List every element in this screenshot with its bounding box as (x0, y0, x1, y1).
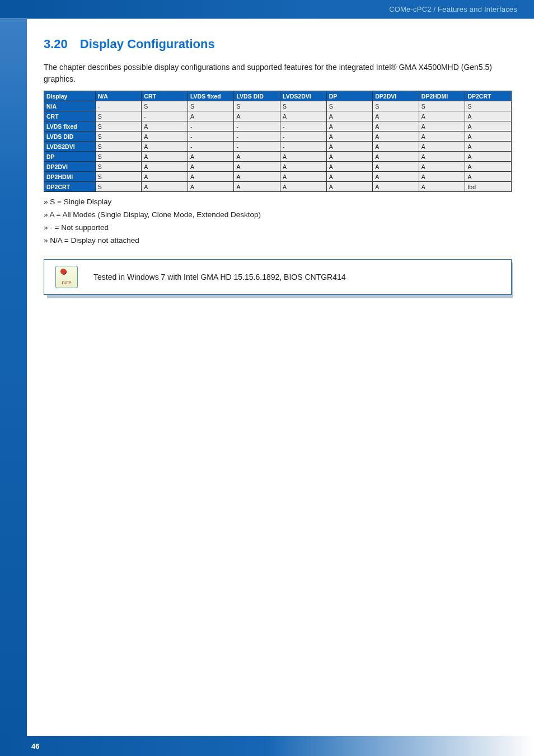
table-cell: S (142, 101, 188, 111)
table-cell: S (234, 101, 280, 111)
table-cell: A (188, 172, 234, 182)
table-cell: - (234, 121, 280, 132)
table-cell: A (465, 152, 512, 162)
table-row: CRTS-AAAAAAA (44, 111, 512, 121)
legend-s: » S = Single Display (44, 198, 512, 206)
table-cell: A (465, 111, 512, 121)
header-bar: COMe-cPC2 / Features and Interfaces (0, 0, 534, 19)
table-cell: - (95, 101, 142, 111)
table-cell: tbd (465, 182, 512, 192)
row-head: LVDS2DVI (44, 142, 96, 152)
table-cell: S (95, 162, 142, 172)
table-cell: A (373, 142, 419, 152)
table-cell: A (142, 142, 188, 152)
table-cell: A (326, 121, 373, 132)
table-cell: A (419, 132, 465, 142)
col-dp2dvi: DP2DVI (373, 91, 419, 101)
table-cell: A (142, 172, 188, 182)
table-row: DP2HDMISAAAAAAAA (44, 172, 512, 182)
table-cell: S (95, 142, 142, 152)
table-cell: S (95, 182, 142, 192)
section-number: 3.20 (44, 37, 68, 51)
row-head: DP2DVI (44, 162, 96, 172)
note-icon-label: note (62, 280, 72, 285)
col-dp2crt: DP2CRT (465, 91, 512, 101)
page-number: 46 (31, 742, 39, 750)
table-header: Display N/A CRT LVDS fixed LVDS DID LVDS… (44, 91, 512, 101)
table-cell: A (419, 162, 465, 172)
row-head: DP2HDMI (44, 172, 96, 182)
table-cell: A (234, 182, 280, 192)
col-lvds-fixed: LVDS fixed (188, 91, 234, 101)
table-cell: A (326, 111, 373, 121)
section-title-text: Display Configurations (80, 37, 215, 51)
table-row: N/A-SSSSSSSS (44, 101, 512, 111)
table-cell: A (373, 182, 419, 192)
table-cell: A (142, 162, 188, 172)
row-head: LVDS DID (44, 132, 96, 142)
table-cell: A (373, 162, 419, 172)
table-cell: A (188, 152, 234, 162)
row-head: LVDS fixed (44, 121, 96, 132)
table-cell: S (419, 101, 465, 111)
note-text: Tested in Windows 7 with Intel GMA HD 15… (93, 273, 346, 281)
table-cell: A (465, 132, 512, 142)
table-cell: A (373, 172, 419, 182)
table-cell: A (234, 162, 280, 172)
table-cell: A (326, 152, 373, 162)
table-cell: A (280, 172, 327, 182)
table-cell: S (95, 172, 142, 182)
table-cell: A (373, 121, 419, 132)
table-cell: A (326, 172, 373, 182)
table-cell: A (234, 152, 280, 162)
table-cell: A (188, 111, 234, 121)
table-cell: A (326, 162, 373, 172)
table-cell: S (95, 132, 142, 142)
note-box: note Tested in Windows 7 with Intel GMA … (44, 259, 512, 295)
col-dp2hdmi: DP2HDMI (419, 91, 465, 101)
table-cell: - (280, 121, 327, 132)
table-cell: S (280, 101, 327, 111)
table-cell: A (142, 182, 188, 192)
table-row: DP2CRTSAAAAAAAtbd (44, 182, 512, 192)
table-row: LVDS fixedSA---AAAA (44, 121, 512, 132)
pin-icon (60, 269, 66, 274)
table-cell: A (326, 182, 373, 192)
table-row: DP2DVISAAAAAAAA (44, 162, 512, 172)
table-cell: S (465, 101, 512, 111)
legend-a: » A = All Modes (Single Display, Clone M… (44, 210, 512, 219)
table-row: LVDS DIDSA---AAAA (44, 132, 512, 142)
table-cell: - (280, 142, 327, 152)
table-cell: A (142, 152, 188, 162)
table-cell: A (234, 111, 280, 121)
table-cell: S (373, 101, 419, 111)
breadcrumb: COMe-cPC2 / Features and Interfaces (389, 0, 517, 19)
table-cell: - (280, 132, 327, 142)
table-cell: - (142, 111, 188, 121)
display-config-table: Display N/A CRT LVDS fixed LVDS DID LVDS… (44, 91, 512, 192)
table-cell: A (419, 111, 465, 121)
col-dp: DP (326, 91, 373, 101)
table-cell: A (419, 152, 465, 162)
page-content: 3.20Display Configurations The chapter d… (44, 34, 512, 295)
table-cell: S (95, 152, 142, 162)
table-cell: A (280, 111, 327, 121)
table-cell: A (280, 152, 327, 162)
table-cell: A (326, 142, 373, 152)
table-cell: - (188, 142, 234, 152)
table-cell: A (419, 121, 465, 132)
table-cell: S (95, 111, 142, 121)
footer-bar: 46 (0, 736, 534, 756)
col-na: N/A (95, 91, 142, 101)
table-cell: A (234, 172, 280, 182)
table-cell: A (419, 142, 465, 152)
table-cell: S (95, 121, 142, 132)
table-cell: A (188, 182, 234, 192)
table-cell: A (188, 162, 234, 172)
note-icon: note (55, 266, 78, 288)
legend: » S = Single Display » A = All Modes (Si… (44, 198, 512, 245)
col-lvds-did: LVDS DID (234, 91, 280, 101)
table-cell: - (188, 132, 234, 142)
table-cell: A (465, 172, 512, 182)
table-cell: A (465, 162, 512, 172)
